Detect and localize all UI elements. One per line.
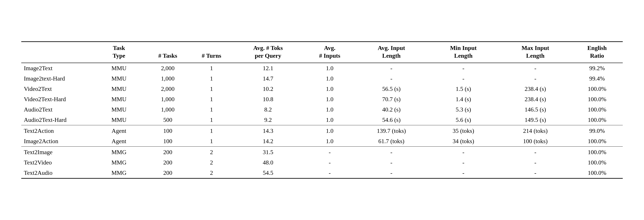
cell-minInputLen: -	[428, 168, 500, 178]
cell-taskType: MMU	[93, 115, 144, 125]
cell-englishRatio: 100.0%	[572, 136, 623, 147]
cell-avgInputs: 1.0	[304, 115, 355, 125]
cell-tasks: 100	[144, 125, 191, 136]
cell-englishRatio: 100.0%	[572, 157, 623, 168]
cell-toksPerQuery: 9.2	[232, 115, 304, 125]
cell-avgInputLen: 61.7 (toks)	[356, 136, 428, 147]
cell-avgInputLen: -	[356, 147, 428, 158]
cell-englishRatio: 100.0%	[572, 84, 623, 94]
table-row: Text2ActionAgent100114.31.0139.7 (toks)3…	[21, 125, 623, 136]
col-header-turns: # Turns	[191, 42, 232, 63]
cell-turns: 1	[191, 104, 232, 115]
cell-taskType: MMG	[93, 168, 144, 178]
cell-tasks: 1,000	[144, 104, 191, 115]
cell-taskType: MMG	[93, 157, 144, 168]
cell-minInputLen: -	[428, 63, 500, 73]
cell-toksPerQuery: 14.3	[232, 125, 304, 136]
cell-turns: 1	[191, 84, 232, 94]
cell-name: Text2Image	[21, 147, 93, 158]
col-header-tasks: # Tasks	[144, 42, 191, 63]
cell-taskType: MMU	[93, 84, 144, 94]
cell-turns: 1	[191, 136, 232, 147]
cell-englishRatio: 100.0%	[572, 168, 623, 178]
col-header-avg-input-len: Avg. InputLength	[356, 42, 428, 63]
cell-avgInputLen: 40.2 (s)	[356, 104, 428, 115]
cell-tasks: 2,000	[144, 84, 191, 94]
cell-avgInputLen: 56.5 (s)	[356, 84, 428, 94]
cell-taskType: MMG	[93, 147, 144, 158]
table-row: Video2Text-HardMMU1,000110.81.070.7 (s)1…	[21, 94, 623, 104]
cell-name: Text2Video	[21, 157, 93, 168]
cell-englishRatio: 100.0%	[572, 94, 623, 104]
cell-englishRatio: 99.2%	[572, 63, 623, 73]
cell-tasks: 1,000	[144, 94, 191, 104]
cell-toksPerQuery: 48.0	[232, 157, 304, 168]
cell-tasks: 200	[144, 168, 191, 178]
cell-avgInputs: -	[304, 168, 355, 178]
cell-avgInputLen: -	[356, 63, 428, 73]
cell-tasks: 500	[144, 115, 191, 125]
cell-tasks: 200	[144, 157, 191, 168]
table-row: Audio2Text-HardMMU50019.21.054.6 (s)5.6 …	[21, 115, 623, 125]
cell-tasks: 200	[144, 147, 191, 158]
cell-taskType: MMU	[93, 73, 144, 84]
cell-englishRatio: 99.0%	[572, 125, 623, 136]
cell-avgInputLen: 54.6 (s)	[356, 115, 428, 125]
cell-name: Video2Text	[21, 84, 93, 94]
cell-turns: 1	[191, 94, 232, 104]
cell-turns: 1	[191, 125, 232, 136]
cell-avgInputLen: -	[356, 157, 428, 168]
cell-name: Video2Text-Hard	[21, 94, 93, 104]
col-header-max-input-len: Max InputLength	[500, 42, 572, 63]
cell-avgInputLen: 139.7 (toks)	[356, 125, 428, 136]
cell-taskType: Agent	[93, 136, 144, 147]
cell-minInputLen: 1.5 (s)	[428, 84, 500, 94]
cell-minInputLen: -	[428, 147, 500, 158]
cell-toksPerQuery: 12.1	[232, 63, 304, 73]
cell-avgInputs: 1.0	[304, 63, 355, 73]
cell-avgInputs: 1.0	[304, 94, 355, 104]
cell-turns: 2	[191, 168, 232, 178]
table-row: Image2text-HardMMU1,000114.71.0---99.4%	[21, 73, 623, 84]
cell-englishRatio: 100.0%	[572, 104, 623, 115]
cell-avgInputs: 1.0	[304, 104, 355, 115]
cell-maxInputLen: -	[500, 73, 572, 84]
table-row: Video2TextMMU2,000110.21.056.5 (s)1.5 (s…	[21, 84, 623, 94]
cell-englishRatio: 99.4%	[572, 73, 623, 84]
col-header-english-ratio: EnglishRatio	[572, 42, 623, 63]
cell-taskType: MMU	[93, 63, 144, 73]
table-row: Image2ActionAgent100114.21.061.7 (toks)3…	[21, 136, 623, 147]
cell-turns: 1	[191, 115, 232, 125]
cell-avgInputLen: 70.7 (s)	[356, 94, 428, 104]
col-header-toks: Avg. # Toksper Query	[232, 42, 304, 63]
cell-avgInputs: 1.0	[304, 125, 355, 136]
cell-maxInputLen: 146.5 (s)	[500, 104, 572, 115]
col-header-avg-inputs: Avg.# Inputs	[304, 42, 355, 63]
cell-minInputLen: 34 (toks)	[428, 136, 500, 147]
cell-turns: 1	[191, 63, 232, 73]
cell-englishRatio: 100.0%	[572, 147, 623, 158]
cell-avgInputs: -	[304, 157, 355, 168]
cell-toksPerQuery: 8.2	[232, 104, 304, 115]
table-row: Text2AudioMMG200254.5----100.0%	[21, 168, 623, 178]
cell-avgInputs: 1.0	[304, 73, 355, 84]
cell-turns: 2	[191, 157, 232, 168]
cell-turns: 1	[191, 73, 232, 84]
cell-name: Text2Audio	[21, 168, 93, 178]
col-header-name	[21, 42, 93, 63]
cell-avgInputs: 1.0	[304, 84, 355, 94]
cell-minInputLen: 5.3 (s)	[428, 104, 500, 115]
cell-toksPerQuery: 14.2	[232, 136, 304, 147]
data-table: TaskType # Tasks # Turns Avg. # Toksper …	[21, 41, 623, 179]
cell-avgInputs: -	[304, 147, 355, 158]
cell-minInputLen: -	[428, 73, 500, 84]
cell-maxInputLen: 100 (toks)	[500, 136, 572, 147]
cell-maxInputLen: 149.5 (s)	[500, 115, 572, 125]
table-header-row: TaskType # Tasks # Turns Avg. # Toksper …	[21, 42, 623, 63]
cell-name: Text2Action	[21, 125, 93, 136]
cell-tasks: 1,000	[144, 73, 191, 84]
table-row: Audio2TextMMU1,00018.21.040.2 (s)5.3 (s)…	[21, 104, 623, 115]
cell-avgInputs: 1.0	[304, 136, 355, 147]
col-header-tasktype: TaskType	[93, 42, 144, 63]
cell-name: Image2text-Hard	[21, 73, 93, 84]
